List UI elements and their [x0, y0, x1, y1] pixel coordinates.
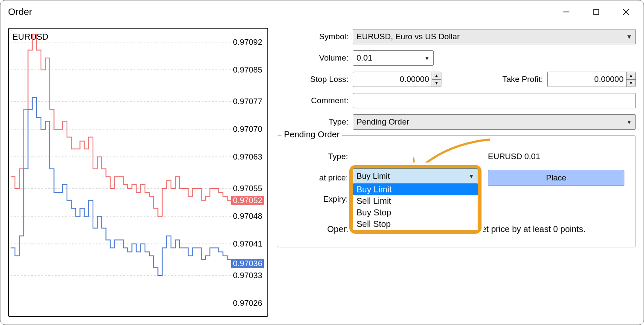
chart-ytick: 0.97026 — [231, 299, 264, 308]
pending-type-option[interactable]: Buy Stop — [353, 207, 478, 218]
symbol-value: EURUSD, Euro vs US Dollar — [357, 32, 460, 41]
volume-select[interactable]: 0.01 ▼ — [353, 50, 434, 66]
stop-loss-label: Stop Loss: — [277, 75, 348, 84]
chevron-down-icon: ▼ — [468, 173, 474, 180]
pending-type-options: Buy LimitSell LimitBuy StopSell Stop — [353, 184, 478, 230]
chart-ytick: 0.97041 — [231, 239, 264, 249]
bid-price-badge: 0.97036 — [231, 259, 264, 268]
chart-ytick: 0.97055 — [231, 184, 264, 193]
close-icon — [622, 8, 630, 16]
pending-type-option[interactable]: Sell Stop — [353, 218, 478, 230]
stop-loss-input[interactable]: 0.00000 ▲▼ — [353, 72, 441, 87]
pending-summary: EURUSD 0.01 — [488, 152, 540, 161]
maximize-icon — [593, 9, 600, 15]
down-arrow-icon[interactable]: ▼ — [432, 80, 441, 87]
expiry-label: Expiry: — [284, 194, 348, 204]
titlebar: Order — [0, 0, 644, 23]
down-arrow-icon[interactable]: ▼ — [627, 80, 635, 87]
pending-type-selected[interactable]: Buy Limit ▼ — [353, 168, 478, 184]
chevron-down-icon: ▼ — [424, 55, 430, 61]
type-label: Type: — [277, 117, 348, 127]
chart-ytick: 0.97085 — [231, 65, 264, 75]
price-chart: EURUSD 0.970920.970850.970770.970700.970… — [8, 28, 268, 317]
pending-type-option[interactable]: Sell Limit — [353, 195, 478, 207]
pending-type-label: Type: — [284, 152, 348, 161]
chart-ytick: 0.97048 — [231, 212, 264, 221]
svg-rect-1 — [594, 9, 599, 15]
ask-price-badge: 0.97052 — [231, 196, 264, 205]
chart-ytick: 0.97063 — [231, 152, 264, 162]
pending-type-dropdown[interactable]: Buy Limit ▼ Buy LimitSell LimitBuy StopS… — [349, 165, 482, 234]
symbol-label: Symbol: — [277, 32, 348, 41]
comment-field[interactable] — [357, 96, 632, 106]
take-profit-input[interactable]: 0.00000 ▲▼ — [547, 72, 636, 87]
chart-ytick: 0.97033 — [231, 271, 264, 280]
chart-plot — [11, 30, 232, 303]
at-price-label: at price: — [284, 173, 348, 183]
up-arrow-icon[interactable]: ▲ — [432, 72, 441, 80]
up-arrow-icon[interactable]: ▲ — [627, 72, 635, 80]
chevron-down-icon: ▼ — [626, 33, 632, 40]
minimize-icon — [563, 8, 570, 16]
pending-group-title: Pending Order — [281, 130, 342, 139]
order-type-value: Pending Order — [357, 117, 409, 127]
volume-value: 0.01 — [357, 53, 372, 63]
order-window: Order EURUSD 0.970920.970850.970770.9707… — [0, 0, 644, 325]
close-button[interactable] — [611, 2, 641, 22]
pending-type-option[interactable]: Buy Limit — [353, 184, 478, 195]
order-form: Symbol: EURUSD, Euro vs US Dollar ▼ Volu… — [277, 28, 636, 317]
pending-type-selected-label: Buy Limit — [357, 171, 390, 181]
take-profit-value: 0.00000 — [548, 75, 626, 84]
stop-loss-value: 0.00000 — [353, 75, 432, 84]
window-title: Order — [8, 6, 32, 17]
place-button-label: Place — [546, 173, 566, 183]
order-type-select[interactable]: Pending Order ▼ — [353, 114, 636, 130]
symbol-select[interactable]: EURUSD, Euro vs US Dollar ▼ — [353, 29, 636, 44]
comment-input[interactable] — [353, 93, 636, 108]
volume-label: Volume: — [277, 53, 348, 63]
chart-ytick: 0.97070 — [231, 125, 264, 134]
chart-ytick: 0.97077 — [231, 97, 264, 106]
place-button[interactable]: Place — [488, 170, 624, 186]
maximize-button[interactable] — [581, 2, 611, 22]
chart-ytick: 0.97092 — [231, 38, 264, 47]
chevron-down-icon: ▼ — [626, 119, 632, 125]
minimize-button[interactable] — [551, 2, 581, 22]
take-profit-label: Take Profit: — [502, 75, 543, 84]
comment-label: Comment: — [277, 96, 348, 105]
